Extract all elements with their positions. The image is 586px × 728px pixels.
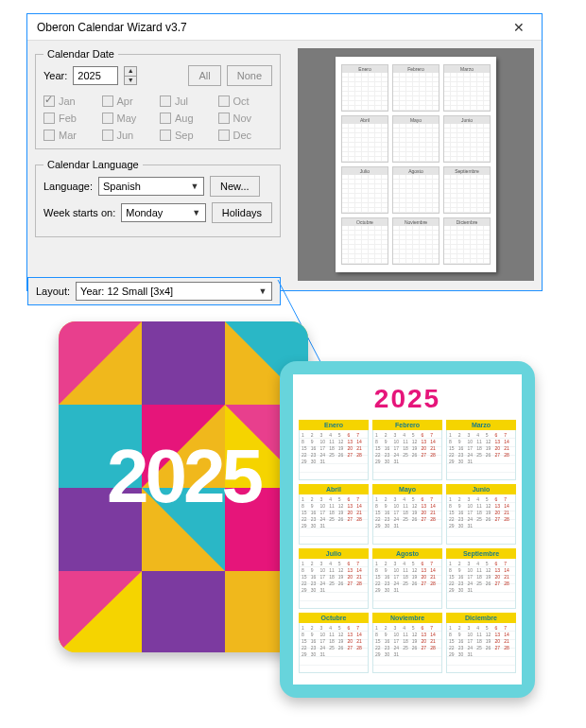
- calendar-month-head: Mayo: [372, 484, 442, 494]
- calendar-month-body: 1234567891011121314151617181920212223242…: [372, 559, 442, 609]
- calendar-year: 2025: [299, 384, 516, 414]
- calendar-month: Diciembre1234567891011121314151617181920…: [446, 613, 516, 673]
- preview-month-body: [444, 226, 490, 264]
- calendar-days: 1234567891011121314151617181920212223242…: [449, 625, 513, 658]
- preview-month: Agosto: [392, 166, 440, 214]
- month-checkbox-may[interactable]: May: [102, 113, 157, 124]
- preview-month: Julio: [341, 166, 388, 214]
- preview-month-head: Octubre: [342, 218, 388, 226]
- preview-month-head: Septiembre: [444, 167, 490, 175]
- month-checkbox-feb[interactable]: Feb: [43, 113, 98, 124]
- calendar-days: 1234567891011121314151617181920212223242…: [302, 561, 366, 594]
- language-label: Language:: [43, 181, 93, 192]
- calendar-card: 2025 Enero123456789101112131415161718192…: [280, 361, 535, 698]
- calendar-month-head: Noviembre: [372, 613, 442, 623]
- new-language-button[interactable]: New...: [210, 176, 260, 197]
- preview-month-body: [393, 226, 439, 264]
- calendar-month: Agosto1234567891011121314151617181920212…: [372, 548, 442, 609]
- none-button[interactable]: None: [227, 65, 272, 86]
- holidays-button[interactable]: Holidays: [212, 202, 272, 223]
- calendar-month-body: 1234567891011121314151617181920212223242…: [299, 494, 369, 545]
- preview-month: Junio: [443, 115, 491, 163]
- calendar-month-body: 1234567891011121314151617181920212223242…: [372, 494, 442, 545]
- calendar-month-head: Enero: [299, 420, 369, 430]
- month-label: Dec: [233, 130, 252, 141]
- weekstart-row: Week starts on: Monday ▼ Holidays: [43, 202, 272, 223]
- calendar-month-head: Junio: [446, 484, 516, 494]
- calendar-month-body: 1234567891011121314151617181920212223242…: [446, 494, 516, 545]
- month-checkbox-dec[interactable]: Dec: [218, 130, 273, 141]
- cover-year: 2025: [59, 433, 308, 520]
- checkbox-icon: [218, 95, 230, 107]
- preview-month-body: [393, 73, 439, 111]
- month-checkbox-jul[interactable]: Jul: [160, 95, 215, 107]
- year-spinner[interactable]: ▲ ▼: [124, 66, 137, 85]
- month-checkbox-oct[interactable]: Oct: [218, 95, 273, 107]
- preview-month-head: Enero: [342, 65, 388, 73]
- checkbox-icon: [218, 130, 230, 141]
- calendar-month-head: Octubre: [299, 613, 369, 623]
- checkbox-icon: [43, 95, 55, 107]
- calendar-month-head: Marzo: [446, 420, 516, 430]
- calendar-month-body: 1234567891011121314151617181920212223242…: [446, 430, 516, 480]
- language-row: Language: Spanish ▼ New...: [43, 176, 272, 197]
- month-checkbox-aug[interactable]: Aug: [160, 113, 215, 124]
- calendar-inner: 2025 Enero123456789101112131415161718192…: [293, 374, 522, 685]
- language-select[interactable]: Spanish ▼: [98, 177, 204, 196]
- calendar-date-legend: Calendar Date: [43, 48, 118, 60]
- calendar-language-group: Calendar Language Language: Spanish ▼ Ne…: [35, 159, 281, 237]
- spinner-up-icon[interactable]: ▲: [125, 67, 136, 77]
- svg-rect-15: [142, 571, 225, 652]
- all-button[interactable]: All: [188, 65, 220, 86]
- month-checkbox-mar[interactable]: Mar: [43, 130, 98, 141]
- month-label: Oct: [233, 95, 250, 107]
- preview-month-head: Agosto: [393, 167, 439, 175]
- preview-month: Septiembre: [443, 166, 491, 214]
- checkbox-icon: [102, 113, 113, 124]
- month-checkbox-nov[interactable]: Nov: [218, 113, 273, 124]
- left-panel: Calendar Date Year: ▲ ▼ All None JanAprJ…: [35, 48, 281, 247]
- preview-month-body: [444, 175, 490, 213]
- calendar-month-head: Agosto: [372, 548, 442, 559]
- calendar-grid: Enero12345678910111213141516171819202122…: [299, 420, 516, 673]
- calendar-month-body: 1234567891011121314151617181920212223242…: [446, 559, 516, 609]
- preview-month-head: Abril: [342, 116, 388, 124]
- preview-month: Noviembre: [392, 217, 440, 265]
- preview-month: Febrero: [392, 64, 440, 112]
- year-input[interactable]: [73, 66, 118, 85]
- calendar-days: 1234567891011121314151617181920212223242…: [302, 496, 366, 529]
- preview-month-head: Diciembre: [444, 218, 490, 226]
- calendar-language-legend: Calendar Language: [43, 159, 143, 170]
- checkbox-icon: [43, 113, 55, 124]
- preview-page: EneroFebreroMarzoAbrilMayoJunioJulioAgos…: [336, 57, 496, 272]
- calendar-month: Junio12345678910111213141516171819202122…: [446, 484, 516, 545]
- calendar-month: Enero12345678910111213141516171819202122…: [299, 420, 369, 480]
- month-label: Jan: [59, 95, 76, 107]
- calendar-days: 1234567891011121314151617181920212223242…: [449, 561, 513, 594]
- month-checkbox-apr[interactable]: Apr: [102, 95, 157, 107]
- spinner-down-icon[interactable]: ▼: [125, 77, 136, 85]
- chevron-down-icon: ▼: [190, 206, 203, 219]
- month-checkbox-jun[interactable]: Jun: [102, 130, 157, 141]
- month-label: Jul: [175, 95, 188, 107]
- close-button[interactable]: ✕: [500, 17, 538, 38]
- calendar-days: 1234567891011121314151617181920212223242…: [375, 625, 440, 658]
- month-checkbox-jan[interactable]: Jan: [43, 95, 98, 107]
- calendar-month-head: Diciembre: [446, 613, 516, 623]
- calendar-month-head: Abril: [299, 484, 369, 494]
- month-checkbox-sep[interactable]: Sep: [160, 130, 215, 141]
- calendar-days: 1234567891011121314151617181920212223242…: [449, 496, 513, 529]
- preview-month-head: Febrero: [393, 65, 439, 73]
- month-label: Apr: [117, 95, 133, 107]
- calendar-days: 1234567891011121314151617181920212223242…: [302, 625, 366, 658]
- calendar-month: Abril12345678910111213141516171819202122…: [299, 484, 369, 545]
- month-label: Jun: [117, 130, 134, 141]
- checkbox-icon: [160, 130, 171, 141]
- cover-card: 2025: [59, 321, 308, 652]
- calendar-month: Julio12345678910111213141516171819202122…: [299, 548, 369, 609]
- weekstart-select[interactable]: Monday ▼: [121, 203, 206, 222]
- month-label: Nov: [233, 113, 252, 124]
- layout-select[interactable]: Year: 12 Small [3x4] ▼: [76, 282, 272, 301]
- calendar-month-head: Septiembre: [446, 548, 516, 559]
- calendar-month-body: 1234567891011121314151617181920212223242…: [299, 623, 369, 673]
